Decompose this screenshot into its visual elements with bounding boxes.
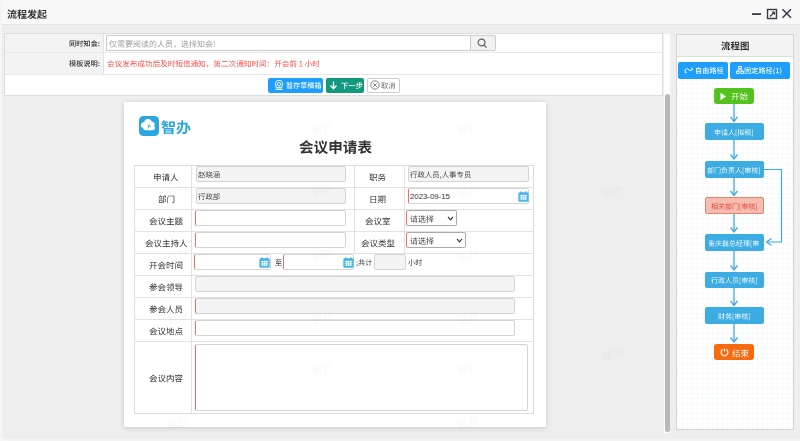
svg-text:2023-09-15: 2023-09-15: [410, 192, 451, 201]
